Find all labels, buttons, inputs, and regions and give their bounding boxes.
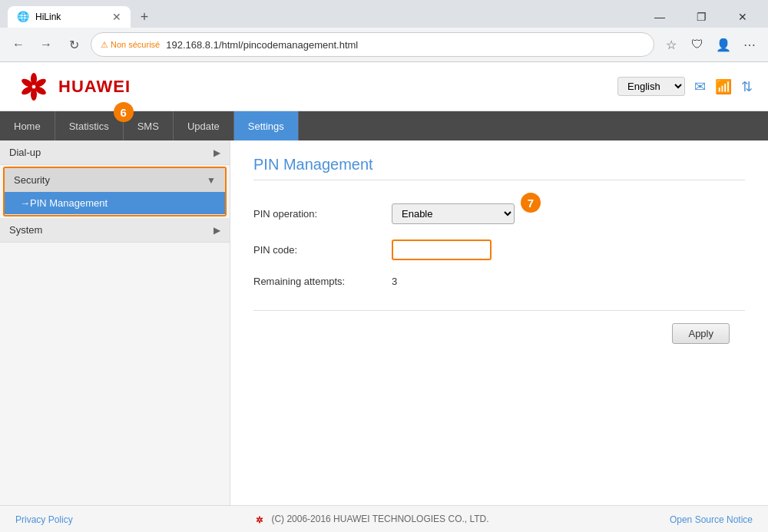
pin-code-input[interactable] [392, 240, 492, 260]
pin-code-row: PIN code: [253, 232, 745, 268]
back-button[interactable]: ← [8, 34, 29, 55]
nav-update[interactable]: Update [174, 111, 234, 140]
pin-operation-select[interactable]: Enable Disable Modify PIN Verify PIN [392, 203, 515, 224]
browser-chrome: 🌐 HiLink ✕ + — ❐ ✕ ← → ↻ ⚠ Non sécurisé … [0, 0, 768, 62]
step-badge-7: 7 [521, 193, 541, 213]
sidebar: Dial-up ▶ Security ▼ →PIN Management Sys… [0, 140, 230, 505]
sidebar-security-header[interactable]: Security ▼ [5, 168, 225, 192]
content-wrapper: Dial-up ▶ Security ▼ →PIN Management Sys… [0, 140, 768, 505]
browser-tab[interactable]: 🌐 HiLink ✕ [8, 6, 131, 28]
browser-toolbar: ← → ↻ ⚠ Non sécurisé 192.168.8.1/html/pi… [0, 28, 768, 61]
svg-point-6 [259, 516, 260, 519]
sidebar-dialup-label: Dial-up [9, 147, 41, 158]
button-row: Apply [253, 323, 745, 344]
warning-icon: ⚠ [101, 40, 108, 50]
tab-title: HiLink [35, 12, 106, 22]
sidebar-security-label: Security [14, 174, 50, 186]
logo-text: HUAWEI [58, 77, 131, 97]
close-button[interactable]: ✕ [725, 6, 760, 28]
chevron-icon: ▼ [207, 175, 216, 186]
svg-point-9 [259, 520, 260, 524]
minimize-button[interactable]: — [642, 6, 677, 28]
language-select[interactable]: English Français [617, 77, 685, 96]
sidebar-pin-label: →PIN Management [20, 197, 108, 209]
apply-button[interactable]: Apply [672, 323, 730, 344]
main-navigation: Home Statistics 6 SMS Update Settings [0, 111, 768, 140]
bookmark-button[interactable]: ☆ [660, 34, 682, 55]
pin-operation-label: PIN operation: [253, 208, 392, 220]
chevron-icon: ▶ [214, 225, 220, 236]
security-label: Non sécurisé [111, 40, 160, 49]
address-bar[interactable]: ⚠ Non sécurisé 192.168.8.1/html/pincodem… [91, 32, 654, 57]
tab-favicon: 🌐 [17, 11, 29, 23]
remaining-attempts-label: Remaining attempts: [253, 276, 392, 287]
step-badge-6: 6 [114, 102, 134, 122]
copyright-text: (C) 2006-2016 HUAWEI TECHNOLOGIES CO., L… [253, 514, 489, 525]
huawei-logo-icon [15, 71, 52, 102]
page-header: HUAWEI English Français ✉ 📶 ⇅ [0, 62, 768, 111]
page-footer: Privacy Policy (C) 2006-2016 HUAWEI TECH… [0, 505, 768, 532]
browser-titlebar: 🌐 HiLink ✕ + — ❐ ✕ [0, 0, 768, 28]
security-indicator: ⚠ Non sécurisé [101, 40, 160, 50]
sidebar-system-header[interactable]: System ▶ [0, 218, 230, 242]
sidebar-security-group: Security ▼ →PIN Management [3, 167, 227, 216]
url-display: 192.168.8.1/html/pincodemanagement.html [166, 39, 644, 51]
nav-statistics[interactable]: Statistics 6 [55, 111, 124, 140]
logo-area: HUAWEI [15, 71, 131, 102]
sidebar-pin-management[interactable]: →PIN Management [5, 192, 225, 215]
remaining-attempts-value: 3 [392, 276, 397, 287]
nav-home[interactable]: Home [0, 111, 55, 140]
main-content: PIN Management PIN operation: Enable Dis… [230, 140, 768, 505]
pin-operation-control: Enable Disable Modify PIN Verify PIN 7 [392, 203, 515, 224]
privacy-policy-link[interactable]: Privacy Policy [15, 514, 73, 525]
sidebar-section-system: System ▶ [0, 218, 230, 243]
sidebar-section-dialup: Dial-up ▶ [0, 140, 230, 165]
pin-code-label: PIN code: [253, 244, 392, 256]
window-controls: — ❐ ✕ [642, 6, 760, 28]
page-wrapper: HUAWEI English Français ✉ 📶 ⇅ Home Stati… [0, 62, 768, 532]
tab-close-button[interactable]: ✕ [112, 11, 121, 23]
sidebar-system-label: System [9, 224, 42, 236]
account-button[interactable]: 👤 [713, 34, 734, 55]
nav-settings[interactable]: Settings [234, 111, 299, 140]
mail-icon[interactable]: ✉ [694, 78, 706, 95]
nav-statistics-label: Statistics [69, 121, 109, 132]
copyright-label: (C) 2006-2016 HUAWEI TECHNOLOGIES CO., L… [271, 514, 488, 524]
more-button[interactable]: ⋯ [739, 34, 760, 55]
open-source-link[interactable]: Open Source Notice [670, 514, 753, 525]
chevron-icon: ▶ [214, 147, 220, 158]
page-title: PIN Management [253, 156, 745, 180]
pin-code-control [392, 240, 492, 260]
data-icon: ⇅ [741, 78, 753, 95]
forward-button[interactable]: → [35, 34, 57, 55]
sidebar-dialup-header[interactable]: Dial-up ▶ [0, 140, 230, 164]
maximize-button[interactable]: ❐ [684, 6, 719, 28]
new-tab-button[interactable]: + [134, 6, 155, 28]
signal-icon: 📶 [715, 78, 732, 95]
toolbar-right-icons: ☆ 🛡 👤 ⋯ [660, 34, 760, 55]
reload-button[interactable]: ↻ [63, 34, 84, 55]
footer-logo-icon [253, 514, 266, 525]
pin-form: PIN operation: Enable Disable Modify PIN… [253, 196, 745, 295]
remaining-attempts-row: Remaining attempts: 3 [253, 268, 745, 295]
pin-operation-row: PIN operation: Enable Disable Modify PIN… [253, 196, 745, 232]
shield-button[interactable]: 🛡 [687, 34, 708, 55]
header-right: English Français ✉ 📶 ⇅ [617, 77, 753, 96]
header-icons: ✉ 📶 ⇅ [694, 78, 753, 95]
form-divider [253, 310, 745, 311]
